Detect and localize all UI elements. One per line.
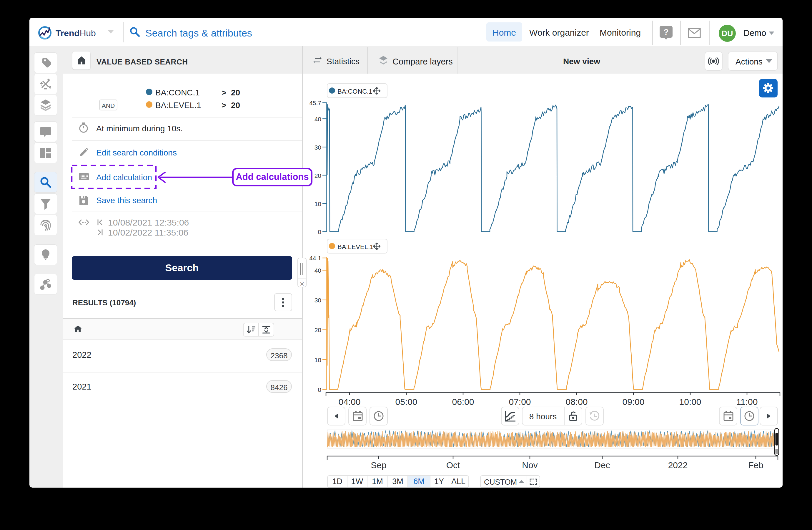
svg-text:06:00: 06:00 bbox=[452, 397, 474, 407]
svg-text:10:00: 10:00 bbox=[679, 397, 701, 407]
svg-text:09:00: 09:00 bbox=[622, 397, 644, 407]
svg-text:30: 30 bbox=[315, 297, 321, 304]
svg-text:20: 20 bbox=[315, 326, 321, 333]
svg-text:Oct: Oct bbox=[446, 460, 460, 470]
svg-text:0: 0 bbox=[318, 228, 321, 235]
svg-text:04:00: 04:00 bbox=[338, 397, 360, 407]
svg-text:40: 40 bbox=[315, 116, 321, 123]
svg-text:45.7: 45.7 bbox=[309, 99, 321, 106]
svg-text:2022: 2022 bbox=[668, 460, 688, 470]
svg-text:Feb: Feb bbox=[748, 460, 764, 470]
svg-text:20: 20 bbox=[315, 172, 321, 179]
svg-text:08:00: 08:00 bbox=[565, 397, 588, 407]
svg-text:11:00: 11:00 bbox=[736, 397, 758, 407]
svg-text:Nov: Nov bbox=[522, 460, 537, 470]
svg-text:Dec: Dec bbox=[594, 460, 610, 470]
svg-text:10: 10 bbox=[315, 357, 321, 363]
svg-text:0: 0 bbox=[318, 386, 321, 393]
svg-text:30: 30 bbox=[315, 144, 321, 151]
svg-text:Sep: Sep bbox=[371, 460, 386, 470]
svg-text:40: 40 bbox=[315, 267, 321, 274]
svg-text:10: 10 bbox=[315, 200, 321, 207]
svg-text:05:00: 05:00 bbox=[395, 397, 417, 407]
svg-text:07:00: 07:00 bbox=[509, 397, 531, 407]
svg-text:44.1: 44.1 bbox=[309, 255, 321, 262]
